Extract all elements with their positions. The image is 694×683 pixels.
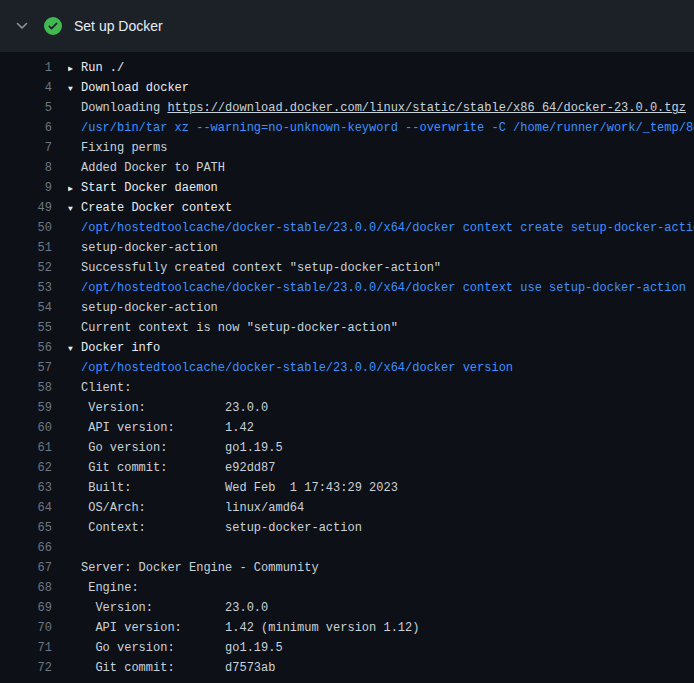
log-group-header[interactable]: ▼Download docker	[68, 78, 189, 98]
log-text: Git commit: d7573ab	[68, 658, 275, 678]
log-text: /usr/bin/tar xz --warning=no-unknown-key…	[68, 118, 694, 138]
log-text: OS/Arch: linux/amd64	[68, 498, 304, 518]
log-text: API version: 1.42 (minimum version 1.12)	[68, 618, 419, 638]
log-line: 49▼Create Docker context	[14, 198, 694, 218]
line-number[interactable]: 56	[14, 338, 52, 358]
log-line: 69 Version: 23.0.0	[14, 598, 694, 618]
line-number[interactable]: 63	[14, 478, 52, 498]
line-number[interactable]: 52	[14, 258, 52, 278]
log-line: 64 OS/Arch: linux/amd64	[14, 498, 694, 518]
log-text-segment: Engine:	[81, 581, 139, 595]
log-line: 53/opt/hostedtoolcache/docker-stable/23.…	[14, 278, 694, 298]
log-text: Go version: go1.19.5	[68, 638, 283, 658]
line-number[interactable]: 8	[14, 158, 52, 178]
line-number[interactable]: 67	[14, 558, 52, 578]
log-text: /opt/hostedtoolcache/docker-stable/23.0.…	[68, 218, 694, 238]
log-group-header[interactable]: ▶Run ./	[68, 58, 124, 78]
log-text: Git commit: e92dd87	[68, 458, 275, 478]
log-line: 71 Go version: go1.19.5	[14, 638, 694, 658]
line-number[interactable]: 70	[14, 618, 52, 638]
line-number[interactable]: 66	[14, 538, 52, 558]
line-number[interactable]: 58	[14, 378, 52, 398]
log-line: 57/opt/hostedtoolcache/docker-stable/23.…	[14, 358, 694, 378]
log-line: 1▶Run ./	[14, 58, 694, 78]
line-number[interactable]: 60	[14, 418, 52, 438]
log-text-segment: Git commit: e92dd87	[81, 461, 275, 475]
line-number[interactable]: 72	[14, 658, 52, 678]
log-line: 63 Built: Wed Feb 1 17:43:29 2023	[14, 478, 694, 498]
log-link[interactable]: https://download.docker.com/linux/static…	[167, 101, 685, 115]
line-number[interactable]: 1	[14, 58, 52, 78]
line-number[interactable]: 57	[14, 358, 52, 378]
line-number[interactable]: 59	[14, 398, 52, 418]
line-number[interactable]: 69	[14, 598, 52, 618]
line-number[interactable]: 65	[14, 518, 52, 538]
log-text: /opt/hostedtoolcache/docker-stable/23.0.…	[68, 278, 686, 298]
log-line: 7Fixing perms	[14, 138, 694, 158]
log-text: Engine:	[68, 578, 139, 598]
log-text: Built: Wed Feb 1 17:43:29 2023	[68, 478, 398, 498]
log-text-segment: Version: 23.0.0	[81, 401, 268, 415]
line-number[interactable]: 71	[14, 638, 52, 658]
line-number[interactable]: 7	[14, 138, 52, 158]
log-line: 61 Go version: go1.19.5	[14, 438, 694, 458]
chevron-collapsed-icon[interactable]: ▶	[68, 59, 81, 79]
log-line: 70 API version: 1.42 (minimum version 1.…	[14, 618, 694, 638]
line-number[interactable]: 54	[14, 298, 52, 318]
log-line: 59 Version: 23.0.0	[14, 398, 694, 418]
log-command: /opt/hostedtoolcache/docker-stable/23.0.…	[81, 281, 686, 295]
line-number[interactable]: 50	[14, 218, 52, 238]
line-number[interactable]: 49	[14, 198, 52, 218]
chevron-down-icon[interactable]	[14, 18, 30, 34]
line-number[interactable]: 64	[14, 498, 52, 518]
log-line: 51setup-docker-action	[14, 238, 694, 258]
chevron-expanded-icon[interactable]: ▼	[68, 339, 81, 359]
group-title: Start Docker daemon	[81, 181, 218, 195]
log-text: Go version: go1.19.5	[68, 438, 283, 458]
log-line: 60 API version: 1.42	[14, 418, 694, 438]
log-text: Fixing perms	[68, 138, 167, 158]
step-header[interactable]: Set up Docker	[0, 0, 694, 52]
log-text-segment: Version: 23.0.0	[81, 601, 268, 615]
log-text-segment: Built: Wed Feb 1 17:43:29 2023	[81, 481, 398, 495]
line-number[interactable]: 4	[14, 78, 52, 98]
log-line: 65 Context: setup-docker-action	[14, 518, 694, 538]
log-text-segment: OS/Arch: linux/amd64	[81, 501, 304, 515]
line-number[interactable]: 62	[14, 458, 52, 478]
log-text: Context: setup-docker-action	[68, 518, 362, 538]
line-number[interactable]: 61	[14, 438, 52, 458]
log-line: 55Current context is now "setup-docker-a…	[14, 318, 694, 338]
log-text-segment: setup-docker-action	[81, 241, 218, 255]
chevron-collapsed-icon[interactable]: ▶	[68, 179, 81, 199]
log-text: Added Docker to PATH	[68, 158, 225, 178]
log-group-header[interactable]: ▶Start Docker daemon	[68, 178, 218, 198]
log-text: /opt/hostedtoolcache/docker-stable/23.0.…	[68, 358, 513, 378]
chevron-expanded-icon[interactable]: ▼	[68, 79, 81, 99]
log-line: 68 Engine:	[14, 578, 694, 598]
log-group-header[interactable]: ▼Create Docker context	[68, 198, 232, 218]
log-text: Successfully created context "setup-dock…	[68, 258, 441, 278]
line-number[interactable]: 6	[14, 118, 52, 138]
log-line: 4▼Download docker	[14, 78, 694, 98]
log-text-segment: Current context is now "setup-docker-act…	[81, 321, 398, 335]
log-line: 50/opt/hostedtoolcache/docker-stable/23.…	[14, 218, 694, 238]
line-number[interactable]: 5	[14, 98, 52, 118]
group-title: Download docker	[81, 81, 189, 95]
log-text-segment: Added Docker to PATH	[81, 161, 225, 175]
line-number[interactable]: 55	[14, 318, 52, 338]
log-line: 5Downloading https://download.docker.com…	[14, 98, 694, 118]
log-group-header[interactable]: ▼Docker info	[68, 338, 160, 358]
chevron-expanded-icon[interactable]: ▼	[68, 199, 81, 219]
log-text: API version: 1.42	[68, 418, 254, 438]
log-text-segment: Client:	[81, 381, 131, 395]
log-text-segment: API version: 1.42 (minimum version 1.12)	[81, 621, 419, 635]
success-check-icon	[44, 17, 62, 35]
line-number[interactable]: 9	[14, 178, 52, 198]
log-text-segment: Git commit: d7573ab	[81, 661, 275, 675]
log-text-segment: Context: setup-docker-action	[81, 521, 362, 535]
line-number[interactable]: 53	[14, 278, 52, 298]
line-number[interactable]: 68	[14, 578, 52, 598]
line-number[interactable]: 51	[14, 238, 52, 258]
log-text-segment: Go version: go1.19.5	[81, 641, 283, 655]
log-text: Version: 23.0.0	[68, 398, 268, 418]
